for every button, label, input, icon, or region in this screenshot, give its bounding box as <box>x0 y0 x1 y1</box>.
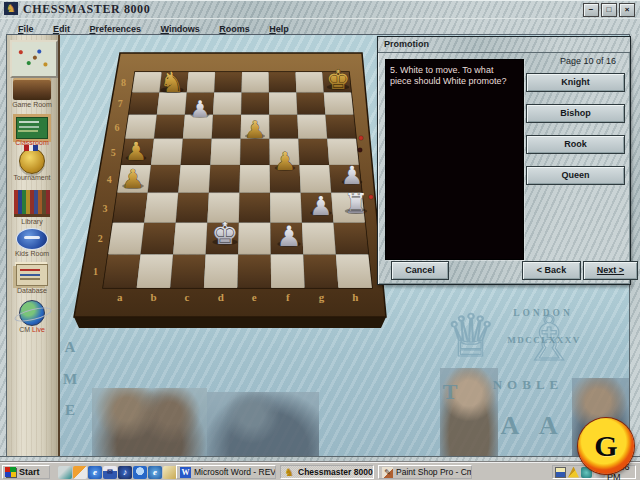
app-icon: ♞ <box>4 2 18 15</box>
title-bar[interactable]: ♞ CHESSMASTER 8000 − □ × <box>0 0 640 19</box>
page-indicator: Page 10 of 16 <box>560 56 616 66</box>
window-title: CHESSMASTER 8000 <box>23 2 150 17</box>
channels-icon[interactable] <box>73 466 87 479</box>
sidebar-item-library[interactable]: Library <box>6 218 58 225</box>
cm-live-icon[interactable] <box>19 300 45 326</box>
media-player-icon[interactable]: ♪ <box>118 466 132 479</box>
chessmaster-window: ♕♗LONDONMDCCLXXXVNOBLETA AAME87654321abc… <box>0 0 640 480</box>
menu-help[interactable]: Help <box>269 21 289 34</box>
word-icon: W <box>180 467 191 478</box>
bishop-button[interactable]: Bishop <box>526 104 625 123</box>
room-map-button[interactable] <box>10 40 58 78</box>
classroom-icon[interactable] <box>13 114 51 142</box>
menu-windows[interactable]: Windows <box>160 21 199 34</box>
show-desktop-icon[interactable] <box>58 466 72 479</box>
background-photo-players-center <box>207 392 319 458</box>
back-button[interactable]: < Back <box>522 261 581 280</box>
dialog-title: Promotion <box>384 39 429 49</box>
sidebar-item-database[interactable]: Database <box>6 287 58 294</box>
room-sidebar: Game Room Classroom Tournament Library K… <box>6 34 60 456</box>
knight-button[interactable]: Knight <box>526 73 625 92</box>
tournament-icon[interactable] <box>19 148 45 174</box>
next-button[interactable]: Next > <box>583 261 638 280</box>
rook-button[interactable]: Rook <box>526 135 625 154</box>
menu-file[interactable]: File <box>18 21 34 34</box>
notes-icon[interactable] <box>163 466 177 479</box>
maximize-button[interactable]: □ <box>601 3 617 17</box>
menu-bar: File Edit Preferences Windows Rooms Help <box>0 18 640 35</box>
promotion-dialog: Promotion Page 10 of 16 5. White to move… <box>377 36 631 285</box>
menu-preferences[interactable]: Preferences <box>89 21 141 34</box>
outlook-express-icon[interactable]: ✉ <box>103 466 117 479</box>
taskbar: Start e ✉ ♪ e W Microsoft Word - REVUE ♞… <box>0 462 640 480</box>
dialog-title-bar[interactable]: Promotion <box>378 37 630 53</box>
tutorial-question: 5. White to move. To what piece should W… <box>386 60 523 92</box>
chat-icon[interactable] <box>133 466 147 479</box>
windows-flag-icon <box>5 467 16 477</box>
task-chessmaster[interactable]: ♞ Chessmaster 8000 <box>280 465 374 479</box>
menu-edit[interactable]: Edit <box>53 21 70 34</box>
paintbrush-icon: ✎ <box>382 467 393 478</box>
sidebar-item-cm-live[interactable]: CM Live <box>6 326 58 333</box>
game-room-icon[interactable] <box>13 78 51 100</box>
queen-button[interactable]: Queen <box>526 166 625 185</box>
sidebar-item-kids-room[interactable]: Kids Room <box>6 250 58 257</box>
window-border-left <box>0 34 7 458</box>
kids-room-icon[interactable] <box>16 228 48 250</box>
sidebar-item-tournament[interactable]: Tournament <box>6 174 58 181</box>
display-settings-icon[interactable] <box>555 467 566 478</box>
task-microsoft-word[interactable]: W Microsoft Word - REVUE <box>176 465 276 479</box>
background-photo-players-left <box>92 388 207 458</box>
task-paint-shop-pro[interactable]: ✎ Paint Shop Pro - Cm8k-1 <box>378 465 472 479</box>
scheduler-icon[interactable] <box>568 467 579 478</box>
sidebar-item-game-room[interactable]: Game Room <box>6 101 58 108</box>
menu-rooms[interactable]: Rooms <box>219 21 250 34</box>
database-icon[interactable] <box>16 264 48 286</box>
close-button[interactable]: × <box>619 3 635 17</box>
start-button[interactable]: Start <box>2 465 50 479</box>
cancel-button[interactable]: Cancel <box>391 261 449 280</box>
minimize-button[interactable]: − <box>583 3 599 17</box>
tutorial-video-panel: 5. White to move. To what piece should W… <box>385 59 524 260</box>
internet-explorer-icon[interactable]: e <box>88 466 102 479</box>
background-photo-portrait <box>440 368 498 458</box>
library-icon[interactable] <box>14 190 50 217</box>
knight-icon: ♞ <box>284 467 295 478</box>
web-browser-icon[interactable]: e <box>148 466 162 479</box>
gamespot-logo: G <box>578 418 634 474</box>
